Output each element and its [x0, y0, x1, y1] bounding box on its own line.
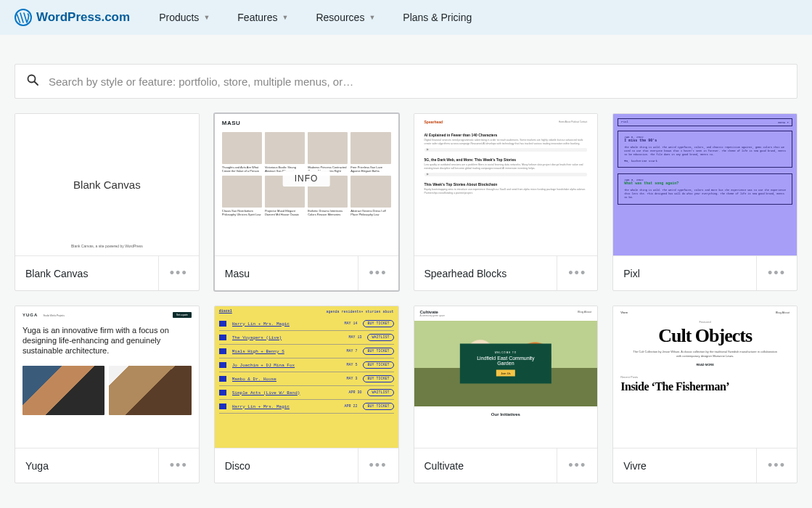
- info-badge[interactable]: INFO: [283, 171, 330, 187]
- theme-card-masu[interactable]: MASU Thoughts and Acts Are What Create t…: [214, 113, 399, 291]
- theme-card-disco[interactable]: discol agenda residents▾ stories about H…: [214, 306, 399, 483]
- more-options-button[interactable]: •••: [756, 256, 797, 290]
- search-icon: [27, 74, 38, 89]
- chevron-down-icon: ▼: [282, 14, 289, 21]
- theme-preview: YUGA Studio Works Projects Get a quote Y…: [15, 306, 199, 448]
- theme-footer: Pixl •••: [613, 255, 797, 290]
- theme-preview: Vivre Blog About Featured Cult Objects T…: [613, 306, 797, 448]
- theme-card-pixl[interactable]: Pixlmenu ▾ JAN 6, 2022 I miss the 90's T…: [612, 113, 797, 291]
- theme-footer: Spearhead Blocks •••: [414, 255, 598, 290]
- theme-footer: Blank Canvas •••: [15, 255, 199, 290]
- more-options-button[interactable]: •••: [557, 448, 597, 483]
- preview-menu: Home About Podcast Contact: [559, 120, 587, 123]
- theme-name: Disco: [225, 460, 250, 472]
- more-options-button[interactable]: •••: [358, 256, 398, 290]
- more-options-button[interactable]: •••: [158, 448, 199, 483]
- theme-footer: Yuga •••: [15, 448, 199, 483]
- svg-line-2: [35, 82, 38, 86]
- theme-name: Vivre: [623, 460, 647, 472]
- logo-text: WordPress.com: [36, 10, 130, 25]
- nav-plans-pricing[interactable]: Plans & Pricing: [393, 0, 482, 35]
- theme-card-yuga[interactable]: YUGA Studio Works Projects Get a quote Y…: [15, 306, 200, 483]
- theme-name: Blank Canvas: [25, 268, 88, 279]
- theme-preview: Blank Canvas Blank Canvas, a site powere…: [15, 114, 199, 255]
- theme-preview: Pixlmenu ▾ JAN 6, 2022 I miss the 90's T…: [613, 114, 797, 255]
- nav-label: Resources: [316, 12, 364, 23]
- preview-brand: Spearhead: [425, 120, 443, 124]
- main-header: WordPress.com Products ▼ Features ▼ Reso…: [0, 0, 812, 35]
- theme-name: Yuga: [25, 460, 49, 472]
- nav-resources[interactable]: Resources ▼: [305, 0, 385, 35]
- nav-label: Features: [237, 12, 277, 23]
- theme-preview: discol agenda residents▾ stories about H…: [215, 306, 398, 448]
- search-input[interactable]: [49, 75, 785, 88]
- preview-footer-text: Blank Canvas, a site powered by WordPres…: [71, 244, 143, 248]
- theme-name: Pixl: [623, 268, 640, 279]
- theme-footer: Vivre •••: [613, 448, 797, 483]
- theme-preview: MASU Thoughts and Acts Are What Create t…: [215, 114, 398, 255]
- search-region: [0, 35, 812, 113]
- theme-footer: Disco •••: [215, 448, 398, 483]
- nav-label: Products: [159, 12, 199, 23]
- more-options-button[interactable]: •••: [158, 256, 199, 290]
- chevron-down-icon: ▼: [369, 14, 375, 21]
- theme-preview: Cultivate A community green space Blog A…: [414, 306, 598, 448]
- nav-features[interactable]: Features ▼: [227, 0, 298, 35]
- theme-footer: Cultivate •••: [414, 448, 598, 483]
- theme-name: Masu: [225, 268, 250, 279]
- more-options-button[interactable]: •••: [358, 448, 398, 483]
- nav-products[interactable]: Products ▼: [149, 0, 220, 35]
- theme-card-blank-canvas[interactable]: Blank Canvas Blank Canvas, a site powere…: [15, 113, 200, 291]
- theme-footer: Masu •••: [215, 255, 398, 290]
- more-options-button[interactable]: •••: [756, 448, 797, 483]
- theme-name: Spearhead Blocks: [425, 268, 507, 279]
- nav-label: Plans & Pricing: [403, 12, 472, 23]
- wordpress-logo-icon: [15, 9, 32, 26]
- more-options-button[interactable]: •••: [557, 256, 597, 290]
- logo[interactable]: WordPress.com: [15, 9, 130, 26]
- preview-title: Blank Canvas: [73, 179, 141, 191]
- search-box[interactable]: [15, 64, 797, 99]
- chevron-down-icon: ▼: [203, 14, 210, 21]
- theme-card-spearhead-blocks[interactable]: Spearhead Home About Podcast Contact AI …: [414, 113, 599, 291]
- theme-card-cultivate[interactable]: Cultivate A community green space Blog A…: [414, 306, 599, 483]
- theme-card-vivre[interactable]: Vivre Blog About Featured Cult Objects T…: [612, 306, 797, 483]
- theme-preview: Spearhead Home About Podcast Contact AI …: [414, 114, 598, 255]
- theme-grid: Blank Canvas Blank Canvas, a site powere…: [0, 113, 812, 498]
- preview-brand: MASU: [222, 120, 391, 126]
- theme-name: Cultivate: [425, 460, 464, 472]
